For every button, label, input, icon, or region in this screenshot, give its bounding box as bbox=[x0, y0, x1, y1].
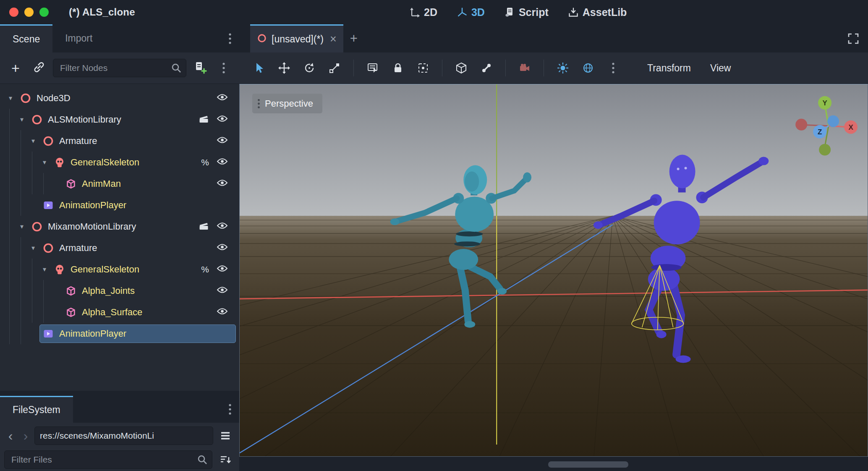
chevron-down-icon[interactable]: ▾ bbox=[38, 265, 51, 273]
visibility-eye-icon[interactable] bbox=[217, 286, 228, 296]
gizmo-center[interactable] bbox=[827, 115, 839, 127]
tree-node-label: Alpha_Surface bbox=[82, 307, 142, 318]
scene-tab-unsaved[interactable]: [unsaved](*) × bbox=[250, 24, 343, 52]
open-scene-icon[interactable] bbox=[199, 221, 209, 233]
projection-selector[interactable]: Perspective bbox=[252, 94, 322, 113]
chevron-down-icon[interactable]: ▾ bbox=[38, 158, 51, 166]
gizmo-neg-x[interactable] bbox=[795, 119, 807, 131]
visibility-eye-icon[interactable] bbox=[217, 307, 228, 317]
mode-2d-button[interactable]: 2D bbox=[409, 6, 437, 18]
select-list-icon[interactable] bbox=[363, 58, 382, 78]
add-child-node-button[interactable]: + bbox=[6, 58, 25, 78]
unique-name-icon[interactable]: % bbox=[201, 157, 209, 167]
window-close-button[interactable] bbox=[9, 8, 18, 17]
camera-preview-icon[interactable] bbox=[515, 58, 534, 78]
titlebar: (*) ALS_clone 2D 3D Script AssetLib bbox=[0, 0, 868, 24]
tree-row[interactable]: ▾ Node3D bbox=[0, 87, 239, 109]
mode-3d-label: 3D bbox=[471, 6, 485, 18]
filesystem-dock-tabs: FileSystem bbox=[0, 396, 239, 423]
visibility-eye-icon[interactable] bbox=[217, 93, 228, 103]
tree-row[interactable]: ▾ ALSMotionLibrary bbox=[0, 109, 239, 130]
unique-name-icon[interactable]: % bbox=[201, 264, 209, 275]
move-tool-icon[interactable] bbox=[275, 58, 294, 78]
attach-script-button[interactable] bbox=[191, 58, 210, 78]
tree-node-label: AnimMan bbox=[82, 178, 121, 189]
chevron-down-icon[interactable]: ▾ bbox=[27, 244, 39, 252]
tree-row[interactable]: ▾ MixamoMotionLibrary bbox=[0, 216, 239, 237]
instance-scene-button[interactable] bbox=[29, 58, 49, 78]
tree-row[interactable]: Alpha_Joints bbox=[0, 280, 239, 301]
viewport-options-icon[interactable] bbox=[604, 58, 623, 78]
tree-row[interactable]: ▾ Armature bbox=[0, 130, 239, 152]
search-icon bbox=[196, 454, 208, 467]
visibility-eye-icon[interactable] bbox=[217, 222, 228, 231]
bottom-panel-handle[interactable] bbox=[548, 461, 628, 468]
tree-row[interactable]: ▾ Armature bbox=[0, 237, 239, 259]
preview-environment-icon[interactable] bbox=[578, 58, 598, 78]
viewport-3d-scene[interactable]: Y X Z bbox=[240, 84, 868, 456]
filesystem-options-icon[interactable] bbox=[221, 396, 239, 423]
toolbar-separator bbox=[505, 60, 506, 76]
gizmo-z-label: Z bbox=[818, 128, 822, 136]
rotate-tool-icon[interactable] bbox=[300, 58, 319, 78]
group-icon[interactable] bbox=[413, 58, 433, 78]
scale-tool-icon[interactable] bbox=[325, 58, 344, 78]
nav-forward-icon[interactable]: › bbox=[19, 429, 32, 442]
mode-assetlib-button[interactable]: AssetLib bbox=[568, 6, 627, 18]
tree-row[interactable]: AnimMan bbox=[0, 173, 239, 194]
chevron-down-icon[interactable]: ▾ bbox=[27, 137, 39, 145]
tab-import[interactable]: Import bbox=[52, 24, 105, 52]
expand-viewport-icon[interactable] bbox=[839, 24, 868, 52]
gizmo-neg-y[interactable] bbox=[819, 144, 831, 156]
gizmo-y-label: Y bbox=[822, 99, 827, 107]
viewport-3d[interactable]: Y X Z Perspective bbox=[239, 84, 868, 457]
scene-tab-bar: [unsaved](*) × + bbox=[239, 24, 868, 52]
scene-tree-toolbar: + bbox=[0, 52, 239, 84]
visibility-eye-icon[interactable] bbox=[217, 115, 228, 124]
plus-icon: + bbox=[11, 61, 20, 75]
tree-row[interactable]: ▾ GeneralSkeleton % bbox=[0, 152, 239, 173]
window-minimize-button[interactable] bbox=[24, 8, 34, 17]
menu-view[interactable]: View bbox=[703, 63, 737, 74]
visibility-eye-icon[interactable] bbox=[217, 157, 228, 167]
chevron-down-icon[interactable]: ▾ bbox=[16, 222, 28, 230]
tree-indent bbox=[4, 130, 27, 152]
close-icon[interactable]: × bbox=[330, 34, 337, 45]
tree-row-selected[interactable]: AnimationPlayer bbox=[0, 323, 239, 344]
mode-3d-button[interactable]: 3D bbox=[457, 6, 485, 18]
mode-script-button[interactable]: Script bbox=[504, 6, 549, 18]
mesh-gizmo-icon[interactable] bbox=[452, 58, 471, 78]
nav-back-icon[interactable]: ‹ bbox=[4, 429, 17, 442]
dock-options-icon[interactable] bbox=[221, 24, 239, 52]
filesystem-menu-icon[interactable] bbox=[216, 426, 235, 445]
tree-indent bbox=[4, 216, 16, 237]
skeleton-options-icon[interactable] bbox=[477, 58, 496, 78]
tree-row[interactable]: AnimationPlayer bbox=[0, 194, 239, 216]
visibility-eye-icon[interactable] bbox=[217, 179, 228, 188]
tab-filesystem[interactable]: FileSystem bbox=[0, 396, 73, 423]
chevron-down-icon[interactable]: ▾ bbox=[16, 115, 28, 123]
scene-tree-options-icon[interactable] bbox=[214, 58, 233, 78]
preview-sun-icon[interactable] bbox=[553, 58, 573, 78]
current-path-input[interactable] bbox=[34, 427, 213, 445]
select-tool-icon[interactable] bbox=[249, 58, 269, 78]
lock-icon[interactable] bbox=[388, 58, 408, 78]
tree-row[interactable]: Alpha_Surface bbox=[0, 301, 239, 323]
window-zoom-button[interactable] bbox=[39, 8, 49, 17]
new-scene-tab-button[interactable]: + bbox=[343, 24, 364, 52]
tree-row[interactable]: ▾ GeneralSkeleton % bbox=[0, 259, 239, 280]
tree-indent bbox=[4, 152, 38, 173]
filter-nodes-input[interactable] bbox=[53, 59, 186, 77]
filter-files-input[interactable] bbox=[4, 450, 212, 469]
tab-scene[interactable]: Scene bbox=[0, 24, 52, 52]
mesh-instance-icon bbox=[65, 306, 77, 319]
chevron-down-icon[interactable]: ▾ bbox=[4, 94, 17, 102]
tree-indent bbox=[4, 173, 50, 194]
menu-transform[interactable]: Transform bbox=[641, 63, 698, 74]
visibility-eye-icon[interactable] bbox=[217, 243, 228, 253]
visibility-eye-icon[interactable] bbox=[217, 136, 228, 146]
visibility-eye-icon[interactable] bbox=[217, 264, 228, 274]
filter-nodes-field bbox=[53, 59, 186, 77]
sort-files-icon[interactable] bbox=[216, 450, 235, 469]
open-scene-icon[interactable] bbox=[199, 114, 209, 126]
